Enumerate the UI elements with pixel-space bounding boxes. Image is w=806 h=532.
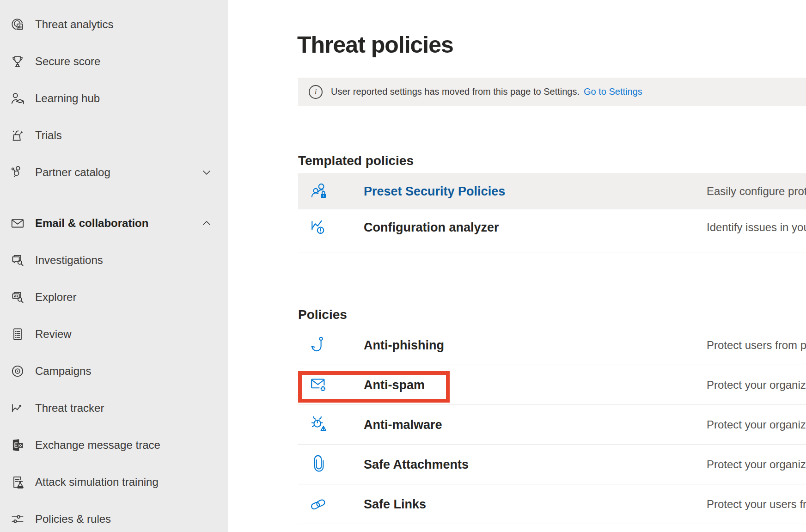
sidebar-item-label: Learning hub [35, 92, 100, 105]
row-description: Protect your organiz [707, 458, 806, 471]
sidebar-item-secure-score[interactable]: Secure score [0, 43, 228, 80]
partner-catalog-icon [10, 165, 25, 180]
preset-security-icon [309, 181, 330, 202]
row-configuration-analyzer[interactable]: Configuration analyzer Identify issues i… [298, 209, 806, 245]
sidebar-item-threat-analytics[interactable]: Threat analytics [0, 6, 228, 43]
row-label: Preset Security Policies [364, 184, 505, 199]
row-safe-attachments[interactable]: Safe Attachments Protect your organiz [298, 445, 806, 484]
sidebar-item-threat-tracker[interactable]: Threat tracker [0, 390, 228, 427]
sidebar-item-email-collaboration[interactable]: Email & collaboration [0, 205, 228, 242]
user-reported-settings-banner: i User reported settings has moved from … [298, 78, 806, 106]
sidebar-divider [9, 199, 217, 199]
threat-tracker-icon [10, 400, 25, 416]
sidebar-item-trials[interactable]: Trials [0, 117, 228, 154]
threat-analytics-icon [10, 17, 25, 32]
attack-simulation-icon [10, 474, 25, 490]
row-label: Anti-spam [364, 378, 425, 392]
row-anti-phishing[interactable]: Anti-phishing Protect users from p [298, 325, 806, 365]
templated-policies-rows: Preset Security Policies Easily configur… [298, 173, 806, 245]
mail-icon [10, 215, 25, 231]
sidebar-item-label: Secure score [35, 55, 100, 68]
row-description: Protect your organiz [707, 418, 806, 431]
sidebar-item-explorer[interactable]: Explorer [0, 279, 228, 316]
info-icon: i [309, 85, 323, 99]
sidebar-item-label: Partner catalog [35, 166, 110, 179]
campaigns-icon [10, 363, 25, 379]
row-label: Anti-malware [364, 417, 442, 432]
sidebar-item-investigations[interactable]: Investigations [0, 242, 228, 279]
chevron-up-icon[interactable] [201, 217, 213, 229]
main-content: Threat policies i User reported settings… [228, 0, 806, 532]
sidebar-item-label: Campaigns [35, 365, 91, 378]
row-label: Anti-phishing [364, 338, 444, 352]
sidebar-item-label: Email & collaboration [35, 217, 148, 230]
row-description: Protect users from p [707, 339, 806, 352]
row-preset-security-policies[interactable]: Preset Security Policies Easily configur… [298, 173, 806, 209]
policies-rules-icon [10, 511, 25, 527]
review-icon [10, 326, 25, 342]
policies-rows: Anti-phishing Protect users from p Anti-… [298, 325, 806, 524]
go-to-settings-link[interactable]: Go to Settings [584, 86, 642, 97]
row-safe-links[interactable]: Safe Links Protect your users fr [298, 484, 806, 524]
sidebar-item-exchange-message-trace[interactable]: Exchange message trace [0, 427, 228, 464]
sidebar-item-label: Explorer [35, 291, 76, 304]
learning-hub-icon [10, 91, 25, 106]
row-description: Identify issues in you [707, 221, 806, 234]
safe-links-icon [309, 494, 330, 515]
sidebar-nav: Threat analytics Secure score Learning h… [0, 0, 228, 532]
sidebar-item-campaigns[interactable]: Campaigns [0, 353, 228, 390]
banner-text: User reported settings has moved from th… [331, 86, 580, 97]
safe-attachments-icon [309, 454, 330, 475]
row-label: Configuration analyzer [364, 220, 499, 235]
configuration-analyzer-icon [309, 217, 330, 238]
sidebar-item-label: Policies & rules [35, 513, 111, 526]
sidebar-item-label: Attack simulation training [35, 476, 159, 489]
row-anti-malware[interactable]: Anti-malware Protect your organiz [298, 405, 806, 445]
row-anti-spam[interactable]: Anti-spam Protect your organiz [298, 365, 806, 405]
section-divider [298, 252, 806, 252]
anti-spam-icon [309, 374, 330, 396]
sidebar-item-policies-rules[interactable]: Policies & rules [0, 501, 228, 532]
investigations-icon [10, 252, 25, 268]
templated-policies-heading: Templated policies [298, 153, 414, 168]
row-description: Protect your organiz [707, 379, 806, 391]
row-label: Safe Attachments [364, 457, 469, 471]
row-description: Protect your users fr [707, 498, 806, 511]
trials-icon [10, 128, 25, 143]
page-title: Threat policies [297, 31, 453, 58]
policies-heading: Policies [298, 307, 347, 322]
sidebar-item-label: Review [35, 328, 72, 341]
sidebar-item-label: Threat tracker [35, 402, 104, 415]
chevron-down-icon[interactable] [201, 166, 213, 178]
sidebar-item-label: Investigations [35, 254, 103, 267]
explorer-icon [10, 289, 25, 305]
sidebar-item-partner-catalog[interactable]: Partner catalog [0, 154, 228, 191]
sidebar-item-review[interactable]: Review [0, 316, 228, 353]
row-label: Safe Links [364, 497, 426, 511]
row-description: Easily configure prot [707, 185, 806, 198]
sidebar-item-label: Exchange message trace [35, 439, 160, 452]
sidebar-item-attack-simulation-training[interactable]: Attack simulation training [0, 464, 228, 501]
sidebar-item-learning-hub[interactable]: Learning hub [0, 80, 228, 117]
anti-malware-icon [309, 414, 330, 435]
defender-portal-window: Threat analytics Secure score Learning h… [0, 0, 806, 532]
trophy-icon [10, 54, 25, 69]
anti-phishing-icon [309, 335, 330, 356]
sidebar-item-label: Threat analytics [35, 18, 113, 31]
sidebar-item-label: Trials [35, 129, 62, 142]
exchange-icon [10, 437, 25, 453]
